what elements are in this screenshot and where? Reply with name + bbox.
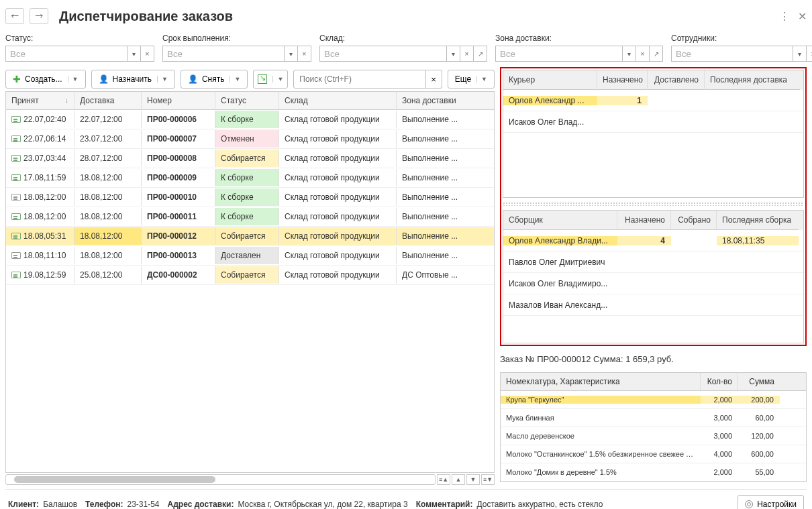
remove-button[interactable]: 👤 Снять ▼ [181,70,248,89]
document-icon [11,252,21,259]
orders-grid: Принят ↓ Доставка Номер Статус Склад Зон… [5,91,495,473]
document-icon [11,155,21,162]
items-grid: Номеклатура, Характеристика Кол-во Сумма… [500,372,807,482]
table-row[interactable]: 22.07,06:1423.07,12:00ПР00-000007Отменен… [6,129,494,149]
create-button[interactable]: ✚ Создать... ▼ [5,70,86,89]
chevron-down-icon: ▼ [230,76,240,82]
document-icon [11,213,21,220]
filter-employees-clear[interactable]: × [807,46,812,62]
order-summary: Заказ № ПР00-000012 Сумма: 1 659,3 руб. [500,351,807,367]
nav-back-button[interactable]: 🡐 [5,8,24,24]
table-row[interactable]: 18.08,11:1018.08,12:00ПР00-000013Доставл… [6,246,494,266]
collectors-grid: Сборщик Назначено Собрано Последняя сбор… [503,210,804,343]
more-button[interactable]: Еще ▼ [448,70,495,89]
table-row[interactable]: Орлов Александр ...1 [503,90,803,111]
footer-client: Балашов [43,500,77,509]
filter-zone-clear[interactable]: × [636,46,650,62]
col-item-name[interactable]: Номеклатура, Характеристика [501,373,701,390]
col-number[interactable]: Номер [142,91,215,110]
table-row[interactable]: 18.08,12:0018.08,12:00ПР00-000010К сборк… [6,188,494,207]
col-courier-last[interactable]: Последняя доставка [705,70,800,90]
table-row[interactable]: 22.07,02:4022.07,12:00ПР00-000006К сборк… [6,110,494,129]
col-delivery[interactable]: Доставка [74,91,142,110]
scroll-down-button[interactable]: ▼ [466,474,480,485]
footer-address: Москва г, Октябрьская ул, дом 22, кварти… [238,500,407,509]
col-courier-name[interactable]: Курьер [503,70,597,90]
col-status[interactable]: Статус [215,91,279,110]
col-accepted[interactable]: Принят ↓ [6,91,74,110]
col-courier-delivered[interactable]: Доставлено [648,70,705,90]
filter-zone-label: Зона доставки: [495,34,663,43]
filter-deadline-label: Срок выполнения: [162,34,311,43]
table-row[interactable]: Мука блинная3,00060,00 [501,409,806,427]
sort-asc-icon: ↓ [65,96,69,104]
filter-deadline-dropdown[interactable]: ▾ [285,46,298,62]
col-zone[interactable]: Зона доставки [397,91,494,110]
col-warehouse[interactable]: Склад [279,91,397,110]
filter-zone-open[interactable]: ↗ [650,46,663,62]
scroll-first-button[interactable]: ≡▲ [437,474,450,485]
plus-icon: ✚ [13,74,21,84]
filter-deadline-input[interactable] [162,46,285,62]
search-input[interactable] [293,70,425,89]
filter-status-clear[interactable]: × [141,46,154,62]
copy-button[interactable]: ▼ [253,70,288,89]
filter-zone-dropdown[interactable]: ▾ [623,46,636,62]
table-row[interactable]: Павлов Олег Дмитриевич [503,251,803,273]
filter-employees-input[interactable] [671,46,793,62]
col-item-sum[interactable]: Сумма [738,373,780,390]
col-collector-collected[interactable]: Собрано [671,211,717,230]
footer-address-label: Адрес доставки: [168,500,234,509]
nav-forward-button[interactable]: 🡒 [30,8,48,24]
filter-warehouse-open[interactable]: ↗ [474,46,487,62]
table-row[interactable]: 18.08,05:3118.08,12:00ПР00-000012Собирае… [6,227,494,246]
footer-client-label: Клиент: [8,500,39,509]
table-row[interactable]: Молоко "Домик в деревне" 1.5%2,00055,00 [501,463,806,482]
search-clear-button[interactable]: × [426,70,442,89]
col-collector-last[interactable]: Последняя сборка [717,211,799,230]
filter-employees-dropdown[interactable]: ▾ [793,46,807,62]
table-row[interactable]: 17.08,11:5918.08,12:00ПР00-000009К сборк… [6,168,494,188]
chevron-down-icon: ▼ [476,76,487,82]
filter-zone-input[interactable] [495,46,623,62]
col-collector-name[interactable]: Сборщик [503,211,617,230]
footer-comment-label: Комментарий: [416,500,473,509]
chevron-down-icon: ▼ [68,76,79,82]
footer-phone: 23-31-54 [128,500,160,509]
scroll-up-button[interactable]: ▲ [452,474,465,485]
filter-warehouse-input[interactable] [319,46,447,62]
table-row[interactable]: Молоко "Останкинское" 1.5% обезжиренное … [501,445,806,463]
table-row[interactable]: Мазалов Иван Александ... [503,294,803,316]
filter-status-dropdown[interactable]: ▾ [128,46,141,62]
splitter[interactable] [503,202,804,206]
filter-warehouse-dropdown[interactable]: ▾ [447,46,460,62]
assign-button[interactable]: 👤 Назначить ▼ [91,70,175,89]
table-row[interactable]: Крупа "Геркулес"2,000200,00 [501,391,806,409]
table-row[interactable]: 19.08,12:5925.08,12:00ДС00-000002Собирае… [6,266,494,285]
footer-phone-label: Телефон: [85,500,123,509]
document-icon [11,135,21,142]
table-row[interactable]: Орлов Александр Влади...418.08,11:35 [503,230,803,251]
close-icon[interactable]: ✕ [798,10,807,23]
filter-employees-label: Сотрудники: [671,34,812,43]
couriers-grid: Курьер Назначено Доставлено Последняя до… [503,70,804,198]
filter-status-input[interactable] [5,46,128,62]
col-item-qty[interactable]: Кол-во [701,373,738,390]
table-row[interactable]: Исаков Олег Влад... [503,111,803,133]
col-courier-assigned[interactable]: Назначено [597,70,648,90]
filter-deadline-clear[interactable]: × [298,46,311,62]
unassign-icon: 👤 [188,74,198,84]
col-collector-assigned[interactable]: Назначено [617,211,671,230]
settings-label: Настройки [757,500,797,509]
table-row[interactable]: 23.07,03:4428.07,12:00ПР00-000008Собирае… [6,149,494,168]
scroll-thumb[interactable] [14,476,215,483]
settings-button[interactable]: Настройки [738,495,804,509]
filter-warehouse-clear[interactable]: × [460,46,474,62]
table-row[interactable]: 18.08,12:0018.08,12:00ПР00-000011К сборк… [6,207,494,227]
scroll-last-button[interactable]: ≡▼ [481,474,495,485]
remove-label: Снять [202,74,225,84]
horizontal-scrollbar[interactable] [5,474,436,485]
table-row[interactable]: Исаков Олег Владимиро... [503,273,803,294]
table-row[interactable]: Масло деревенское3,000120,00 [501,427,806,445]
menu-dots-icon[interactable]: ⋮ [779,10,790,23]
